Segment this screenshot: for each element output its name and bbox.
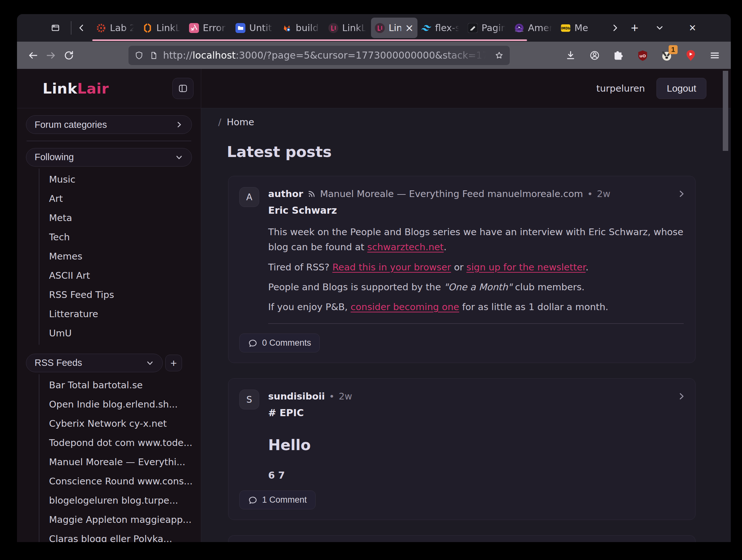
ublock-origin-button[interactable]: uO [634,47,652,64]
chevron-right-icon [175,120,183,129]
sidebar-item-category[interactable]: Meta [49,208,192,227]
browser-tab[interactable]: TV UniverseAmer [510,18,557,38]
browser-tab[interactable]: Lin× [371,18,417,38]
browser-tab[interactable]: flex-s [417,18,464,38]
linklair-favicon-icon [375,23,385,33]
rss-feeds-label: RSS Feeds [35,357,82,368]
sidebar-item-feed[interactable]: Cyberix Network cy-x.net [49,414,192,433]
tab-title: Error [203,22,228,33]
post-card[interactable]: Ssundisiboii•2w# EPICHello6 71 Comment [228,378,696,520]
browser-tab[interactable]: Lab 2 [92,18,139,38]
body-text: If you enjoy P&B, [268,301,351,312]
page-scrollbar-thumb[interactable] [723,71,728,151]
account-button[interactable] [586,47,603,64]
body-link[interactable]: sign up for the newsletter [467,262,586,273]
comments-button[interactable]: 0 Comments [239,334,320,352]
canvas-favicon-icon [96,23,106,33]
add-feed-button[interactable]: + [165,355,182,371]
bookmark-star-icon[interactable] [494,51,504,60]
logout-button[interactable]: Logout [656,78,706,99]
browser-tab[interactable]: Error [185,18,232,38]
body-link[interactable]: Read this in your browser [332,262,451,273]
post-body-heading: Hello [268,436,684,454]
sidebar-item-category[interactable]: UmU [49,324,192,343]
chevron-down-icon [146,359,154,367]
browser-tab[interactable]: build [278,18,325,38]
body-link[interactable]: consider becoming one [351,301,459,312]
sidebar-item-category[interactable]: ASCII Art [49,266,192,285]
comments-button[interactable]: 1 Comment [239,491,316,509]
app-menu-button[interactable] [706,47,724,64]
scroll-tabs-left-button[interactable] [73,19,90,36]
firefox-view-button[interactable] [47,19,64,36]
desktop-background: Lab 2LinkLErrorUntitbuildLinkLLin×flex-s… [0,0,742,560]
post-card-partial[interactable] [228,535,696,542]
browser-tab[interactable]: Pagin [464,18,510,38]
tab-title: flex-s [435,22,460,33]
url-bar[interactable]: http://localhost:3000/?page=5&cursor=177… [128,46,510,65]
body-text: or [451,262,467,273]
reload-button[interactable] [60,47,78,64]
post-title[interactable]: Eric Schwarz [268,205,684,216]
app-logo: LinkLair [43,80,109,97]
sidebar-toggle-button[interactable] [172,78,194,99]
forum-categories-button[interactable]: Forum categories [26,115,192,134]
sidebar-item-feed[interactable]: Maggie Appleton maggieapp... [49,510,192,529]
privacy-badger-button[interactable]: 1 [658,47,676,64]
browser-tab[interactable]: LinkL [325,18,371,38]
post-paragraph: People and Blogs is supported by the "On… [268,280,684,295]
sidebar-item-feed[interactable]: Bar Total bartotal.se [49,376,192,395]
scroll-tabs-right-button[interactable] [606,19,623,36]
body-link[interactable]: schwarztech.net [367,241,443,253]
rss-feeds-section-toggle[interactable]: RSS Feeds [26,354,163,372]
sidebar-item-feed[interactable]: Open Indie blog.erlend.sh... [49,395,192,414]
close-window-button[interactable]: × [689,21,696,35]
downloads-button[interactable] [562,47,580,64]
sidebar-item-feed[interactable]: Manuel Moreale — Everythi... [49,452,192,471]
linklair-favicon-icon [328,23,338,33]
back-button[interactable] [24,47,42,64]
tab-list: Lab 2LinkLErrorUntitbuildLinkLLin×flex-s… [92,14,603,42]
comments-count-label: 0 Comments [262,338,311,348]
open-post-button[interactable] [677,189,686,199]
sidebar-item-feed[interactable]: blogelogeluren blog.turpe... [49,491,192,510]
comments-count-label: 1 Comment [262,495,307,505]
open-post-button[interactable] [677,391,686,401]
following-section-toggle[interactable]: Following [26,148,192,167]
svg-text:TV Universe: TV Universe [515,30,523,32]
sidebar-item-category[interactable]: Memes [49,247,192,266]
sidebar-item-feed[interactable]: Conscience Round www.cons... [49,471,192,491]
post-title[interactable]: # EPIC [268,407,684,418]
browser-tab[interactable]: Untit [232,18,278,38]
breadcrumb-home-link[interactable]: Home [227,117,254,127]
tracking-protection-shield-icon[interactable] [134,51,144,60]
browser-tab[interactable]: LinkL [139,18,185,38]
tv-universe-favicon-icon: TV Universe [514,23,524,33]
new-tab-button[interactable]: + [626,19,643,36]
sidebar-item-category[interactable]: RSS Feed Tips [49,285,192,304]
page-info-icon[interactable] [149,51,158,60]
sidebar-item-category[interactable]: Litterature [49,304,192,324]
extensions-button[interactable] [610,47,628,64]
forward-button[interactable] [42,47,60,64]
media-extension-button[interactable] [682,47,700,64]
sidebar-item-feed[interactable]: Claras blogg eller Polyka... [49,529,192,542]
post-meta-row: sundisiboii•2w [268,391,684,402]
post-feed-source[interactable]: Manuel Moreale — Everything Feed manuelm… [320,188,583,199]
post-author[interactable]: sundisiboii [268,391,325,402]
post-card[interactable]: AauthorManuel Moreale — Everything Feed … [228,176,696,363]
meta-dot: • [587,188,593,199]
browser-tab[interactable]: IMDbMe [557,18,603,38]
sidebar-item-category[interactable]: Art [49,189,192,208]
post-actions: 1 Comment [239,481,684,509]
sidebar-item-category[interactable]: Tech [49,227,192,247]
close-tab-icon[interactable]: × [405,23,414,33]
list-all-tabs-button[interactable] [651,19,668,36]
sidebar-item-category[interactable]: Music [49,170,192,189]
post-author[interactable]: author [268,188,303,199]
sidebar-item-feed[interactable]: Todepond dot com www.tode... [49,433,192,452]
svg-text:uO: uO [639,53,646,58]
sidebar: Forum categories Following MusicArtMetaT… [17,108,201,542]
container-tab-indicator [92,40,527,41]
sidebar-panel-icon [177,83,189,94]
